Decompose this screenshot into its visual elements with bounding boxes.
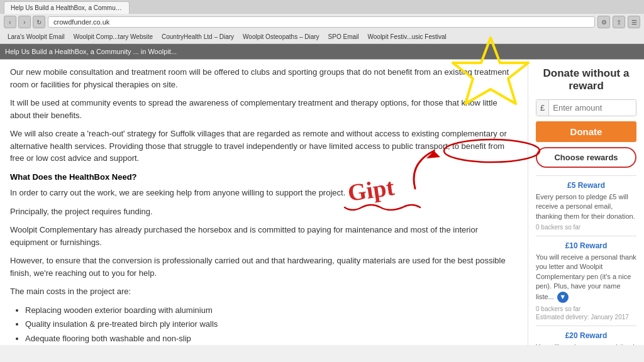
- reward-backers-10: 0 backers so far: [536, 305, 636, 312]
- address-bar-row: ‹ › ↻ crowdfunder.co.uk ⚙ ⇧ ☰: [0, 14, 644, 30]
- paragraph-8: The main costs in the project are:: [10, 285, 518, 298]
- paragraph-0: Our new mobile consultation and treatmen…: [10, 66, 518, 90]
- sidebar-title: Donate without a reward: [536, 67, 636, 93]
- list-item-0: Replacing wooden exterior boarding with …: [25, 304, 518, 317]
- reward-delivery-10: Estimated delivery: January 2017: [536, 314, 636, 321]
- reward-title-5: £5 Reward: [536, 181, 636, 190]
- forward-button[interactable]: ›: [18, 16, 31, 28]
- bookmark-0[interactable]: Lara's Woolpit Email: [4, 33, 69, 41]
- paragraph-7: However, to ensure that the conversion i…: [10, 255, 518, 279]
- donate-button[interactable]: Donate: [536, 121, 636, 142]
- paragraph-2: We will also create a 'reach-out' strate…: [10, 128, 518, 165]
- browser-tab[interactable]: Help Us Build a HealthBox, a Community .…: [4, 1, 130, 14]
- amount-input[interactable]: [549, 100, 644, 116]
- paragraph-6: Woolpit Complementary has already purcha…: [10, 224, 518, 248]
- page-container: Our new mobile consultation and treatmen…: [0, 60, 644, 345]
- sub-bar-text: Help Us Build a HealthBox, a Community .…: [5, 48, 177, 55]
- reward-title-20: £20 Reward: [536, 331, 636, 340]
- browser-chrome: Help Us Build a HealthBox, a Community .…: [0, 0, 644, 60]
- paragraph-1: It will be used at community events to s…: [10, 97, 518, 121]
- reward-desc-5: Every person to pledge £5 will receive a…: [536, 192, 636, 221]
- bookmark-button[interactable]: ☰: [628, 16, 640, 28]
- bookmark-1[interactable]: Woolpit Comp...tary Website: [70, 33, 157, 41]
- pound-sign: £: [536, 100, 549, 116]
- reward-card-20: £20 Reward You will receive a personal t…: [536, 326, 636, 345]
- back-button[interactable]: ‹: [4, 16, 16, 28]
- sidebar: Donate without a reward £ Donate Choose …: [528, 60, 644, 345]
- section-heading: What Does the HealthBox Need?: [10, 171, 518, 184]
- settings-button[interactable]: ⚙: [597, 16, 610, 28]
- bookmark-3[interactable]: Woolpit Osteopaths – Diary: [239, 33, 323, 41]
- reward-card-5: £5 Reward Every person to pledge £5 will…: [536, 175, 636, 236]
- tab-bar: Help Us Build a HealthBox, a Community .…: [0, 0, 644, 14]
- choose-rewards-button[interactable]: Choose rewards: [536, 147, 636, 168]
- address-bar[interactable]: crowdfunder.co.uk: [48, 16, 595, 28]
- reload-button[interactable]: ↻: [33, 16, 45, 28]
- list-item-2: Adequate flooring both washable and non-…: [25, 332, 518, 345]
- reward-desc-10: You will receive a personal thank you le…: [536, 253, 636, 303]
- bookmark-5[interactable]: Woolpit Festiv...usic Festival: [364, 33, 450, 41]
- main-content: Our new mobile consultation and treatmen…: [0, 60, 528, 345]
- paragraph-5: Principally, the project requires fundin…: [10, 206, 518, 218]
- list-item-1: Quality insulation & pre-treated birch p…: [25, 318, 518, 331]
- share-button[interactable]: ⇧: [613, 16, 625, 28]
- reward-backers-5: 0 backers so far: [536, 224, 636, 231]
- bookmark-4[interactable]: SPO Email: [325, 33, 363, 41]
- reward-title-10: £10 Reward: [536, 241, 636, 250]
- paragraph-4: In order to carry out the work, we are s…: [10, 187, 518, 199]
- sub-bar: Help Us Build a HealthBox, a Community .…: [0, 44, 644, 59]
- bookmark-2[interactable]: CountryHealth Ltd – Diary: [158, 33, 238, 41]
- nav-buttons: ‹ › ↻: [4, 16, 45, 28]
- cost-list: Replacing wooden exterior boarding with …: [25, 304, 518, 346]
- reward-card-10: £10 Reward You will receive a personal t…: [536, 236, 636, 326]
- amount-input-row[interactable]: £: [536, 99, 636, 116]
- reward-desc-20: You will receive a personal thank you le…: [536, 343, 636, 345]
- bookmarks-bar: Lara's Woolpit Email Woolpit Comp...tary…: [0, 30, 644, 44]
- expand-icon-10[interactable]: ▼: [557, 292, 569, 303]
